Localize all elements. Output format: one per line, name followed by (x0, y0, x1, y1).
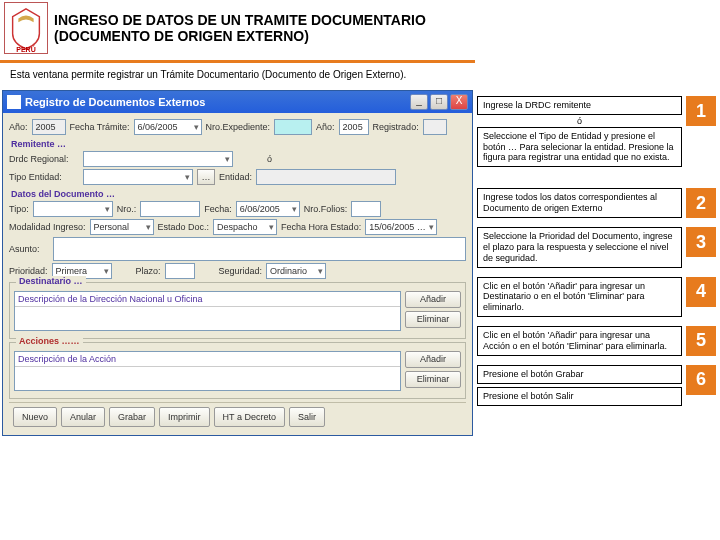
fechadoc-label: Fecha: (204, 204, 232, 214)
salir-button[interactable]: Salir (289, 407, 325, 427)
ano-field[interactable]: 2005 (32, 119, 66, 135)
nrodoc-field[interactable] (140, 201, 200, 217)
instruction-3: Seleccione la Prioridad del Documento, i… (477, 227, 716, 267)
folios-field[interactable] (351, 201, 381, 217)
plazo-field[interactable] (165, 263, 195, 279)
badge-2: 2 (686, 188, 716, 218)
lookup-entidad-button[interactable]: … (197, 169, 215, 185)
imprimir-button[interactable]: Imprimir (159, 407, 210, 427)
ano2-label: Año: (316, 122, 335, 132)
instruction-1-b: Seleccione el Tipo de Entidad y presione… (477, 127, 682, 167)
instruction-4: Clic en el botón 'Añadir' para ingresar … (477, 277, 716, 317)
seguridad-field[interactable]: Ordinario (266, 263, 326, 279)
right-column: Ingrese la DRDC remitente ó Seleccione e… (475, 0, 720, 540)
badge-6: 6 (686, 365, 716, 395)
asunto-field[interactable] (53, 237, 466, 261)
badge-1: 1 (686, 96, 716, 126)
instruction-5-text: Clic en el botón 'Añadir' para ingresar … (477, 326, 682, 356)
fecha-tramite-label: Fecha Trámite: (70, 122, 130, 132)
folios-label: Nro.Folios: (304, 204, 348, 214)
app-window: Registro de Documentos Externos _ □ X Añ… (2, 90, 473, 436)
destinatario-list-header: Descripción de la Dirección Nacional u O… (15, 292, 400, 307)
page-title-1: INGRESO DE DATOS DE UN TRAMITE DOCUMENTA… (54, 12, 426, 28)
instruction-1-a: Ingrese la DRDC remitente (477, 96, 682, 115)
page-title-2: (DOCUMENTO DE ORIGEN EXTERNO) (54, 28, 426, 44)
instruction-2: Ingrese todos los datos correspondientes… (477, 188, 716, 218)
nrodoc-label: Nro.: (117, 204, 137, 214)
destinatario-group: Destinatario … Descripción de la Direcci… (9, 282, 466, 339)
window-icon (7, 95, 21, 109)
instruction-5: Clic en el botón 'Añadir' para ingresar … (477, 326, 716, 356)
o-label: ó (267, 154, 272, 164)
ht-button[interactable]: HT a Decreto (214, 407, 285, 427)
acciones-group: Acciones …… Descripción de la Acción Aña… (9, 342, 466, 399)
tipo-entidad-field[interactable] (83, 169, 193, 185)
instruction-6: Presione el botón Grabar Presione el bot… (477, 365, 716, 406)
seguridad-label: Seguridad: (219, 266, 263, 276)
grabar-button[interactable]: Grabar (109, 407, 155, 427)
tipo-label: Tipo: (9, 204, 29, 214)
instruction-4-text: Clic en el botón 'Añadir' para ingresar … (477, 277, 682, 317)
fechahora-field[interactable]: 15/06/2005 … (365, 219, 437, 235)
destinatario-list[interactable]: Descripción de la Dirección Nacional u O… (14, 291, 401, 331)
instruction-6-a: Presione el botón Grabar (477, 365, 682, 384)
minimize-button[interactable]: _ (410, 94, 428, 110)
fecha-tramite-field[interactable]: 6/06/2005 (134, 119, 202, 135)
nuevo-button[interactable]: Nuevo (13, 407, 57, 427)
nro-exp-label: Nro.Expediente: (206, 122, 271, 132)
entidad-field[interactable] (256, 169, 396, 185)
fechadoc-field[interactable]: 6/06/2005 (236, 201, 300, 217)
window-titlebar[interactable]: Registro de Documentos Externos _ □ X (3, 91, 472, 113)
acciones-list-header: Descripción de la Acción (15, 352, 400, 367)
emblem-text: PERÚ (5, 46, 47, 53)
window-title: Registro de Documentos Externos (25, 96, 410, 108)
bottom-toolbar: Nuevo Anular Grabar Imprimir HT a Decret… (9, 402, 466, 431)
destinatario-add-button[interactable]: Añadir (405, 291, 461, 308)
destinatario-title: Destinatario … (16, 276, 86, 286)
section-datos: Datos del Documento … (11, 189, 466, 199)
modalidad-label: Modalidad Ingreso: (9, 222, 86, 232)
left-column: PERÚ INGRESO DE DATOS DE UN TRAMITE DOCU… (0, 0, 475, 540)
registrado-field[interactable] (423, 119, 447, 135)
tipo-entidad-label: Tipo Entidad: (9, 172, 79, 182)
instruction-3-text: Seleccione la Prioridad del Documento, i… (477, 227, 682, 267)
acciones-title: Acciones …… (16, 336, 83, 346)
maximize-button[interactable]: □ (430, 94, 448, 110)
plazo-label: Plazo: (136, 266, 161, 276)
page-subhead: Esta ventana permite registrar un Trámit… (0, 63, 475, 86)
badge-5: 5 (686, 326, 716, 356)
prioridad-label: Prioridad: (9, 266, 48, 276)
header-band: PERÚ INGRESO DE DATOS DE UN TRAMITE DOCU… (0, 0, 475, 63)
page-root: PERÚ INGRESO DE DATOS DE UN TRAMITE DOCU… (0, 0, 720, 540)
instruction-1-sep: ó (477, 115, 682, 127)
badge-4: 4 (686, 277, 716, 307)
acciones-list[interactable]: Descripción de la Acción (14, 351, 401, 391)
fechahora-label: Fecha Hora Estado: (281, 222, 361, 232)
tipo-field[interactable] (33, 201, 113, 217)
instruction-6-b: Presione el botón Salir (477, 387, 682, 406)
entidad-label: Entidad: (219, 172, 252, 182)
ano2-field[interactable]: 2005 (339, 119, 369, 135)
anular-button[interactable]: Anular (61, 407, 105, 427)
ano-label: Año: (9, 122, 28, 132)
instruction-2-text: Ingrese todos los datos correspondientes… (477, 188, 682, 218)
nro-exp-field[interactable] (274, 119, 312, 135)
acciones-add-button[interactable]: Añadir (405, 351, 461, 368)
asunto-label: Asunto: (9, 244, 49, 254)
page-titles: INGRESO DE DATOS DE UN TRAMITE DOCUMENTA… (54, 12, 426, 44)
window-body: Año: 2005 Fecha Trámite: 6/06/2005 Nro.E… (3, 113, 472, 435)
close-button[interactable]: X (450, 94, 468, 110)
modalidad-field[interactable]: Personal (90, 219, 154, 235)
destinatario-remove-button[interactable]: Eliminar (405, 311, 461, 328)
section-remitente: Remitente … (11, 139, 466, 149)
estado-field[interactable]: Despacho (213, 219, 277, 235)
emblem-logo: PERÚ (4, 2, 48, 54)
drdc-field[interactable] (83, 151, 233, 167)
estado-label: Estado Doc.: (158, 222, 210, 232)
registrado-label: Registrado: (373, 122, 419, 132)
instruction-1: Ingrese la DRDC remitente ó Seleccione e… (477, 96, 716, 167)
drdc-label: Drdc Regional: (9, 154, 79, 164)
badge-3: 3 (686, 227, 716, 257)
acciones-remove-button[interactable]: Eliminar (405, 371, 461, 388)
